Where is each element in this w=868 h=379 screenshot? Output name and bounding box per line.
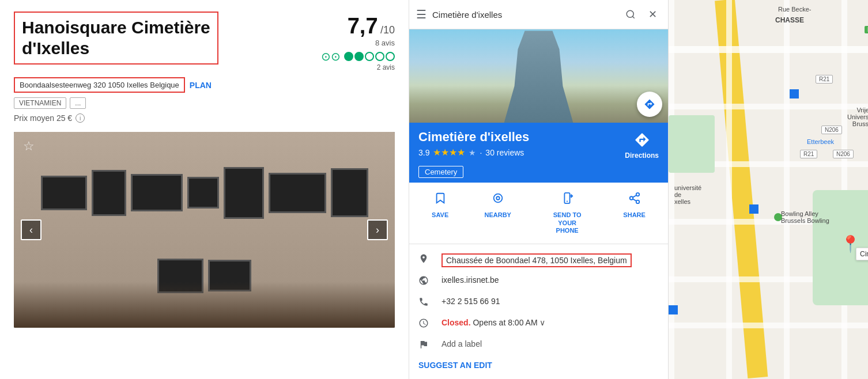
svg-point-9 <box>636 200 639 204</box>
close-icon[interactable]: ✕ <box>644 6 661 23</box>
address-box: Boondaalsesteenweg 320 1050 Ixelles Belg… <box>14 77 185 93</box>
svg-point-0 <box>627 10 633 17</box>
svg-line-10 <box>632 199 636 202</box>
nearby-icon <box>492 192 504 208</box>
map-label-etterbeek: Etterbeek <box>807 138 834 145</box>
cemetery-marker-label: Cimetière d'ixelles <box>856 248 868 260</box>
location-pin-icon <box>418 253 432 267</box>
directions-section: Directions <box>625 132 659 160</box>
address-row: Boondaalsesteenweg 320 1050 Ixelles Belg… <box>14 77 395 93</box>
photo-frame-6 <box>269 173 326 213</box>
ta-circle-2 <box>354 52 364 61</box>
photo-frame-5 <box>224 167 264 219</box>
tag-more[interactable]: ... <box>70 97 86 109</box>
place-name: Cimetière d'ixelles <box>418 130 529 145</box>
reviews-count: 30 reviews <box>485 148 524 157</box>
ta-circle-1 <box>344 52 353 61</box>
map-background[interactable]: Rue Becke- CHASSE Etterbeek Bowling Alle… <box>669 0 868 379</box>
park-area-2 <box>669 115 715 173</box>
badge-r21-1: R21 <box>816 75 833 84</box>
send-phone-label: SEND TO YOUR PHONE <box>547 211 587 234</box>
map-label-bowling: Bowling AlleyBrussels Bowling <box>781 210 829 224</box>
hours-chevron[interactable]: ∨ <box>539 318 545 327</box>
tag-vietnamien[interactable]: VIETNAMIEN <box>14 97 66 109</box>
maps-panel: ☰ ✕ Cimetière d'ixelles 3.9 ★★★★ ★ · <box>409 0 669 379</box>
maps-search-input[interactable] <box>432 10 616 20</box>
restaurant-photo <box>14 132 395 328</box>
search-icon[interactable] <box>622 6 639 23</box>
tags-row: VIETNAMIEN ... <box>14 97 395 109</box>
map-panel: Rue Becke- CHASSE Etterbeek Bowling Alle… <box>669 0 868 379</box>
favorite-icon[interactable]: ☆ <box>23 139 35 154</box>
main-road-yellow <box>715 0 768 378</box>
rating-reviews: 8 avis <box>321 39 395 47</box>
badge-n4: N4 <box>865 26 868 33</box>
hamburger-icon[interactable]: ☰ <box>416 7 427 21</box>
share-icon <box>628 192 641 208</box>
closed-text: Closed. <box>441 318 471 327</box>
ta-circles <box>344 52 395 61</box>
website-text[interactable]: ixelles.irisnet.be <box>441 275 659 285</box>
nearby-action[interactable]: NEARBY <box>484 192 511 234</box>
photo-frame-4 <box>187 177 219 209</box>
road-v1 <box>669 0 674 379</box>
ta-circle-3 <box>365 52 374 61</box>
globe-icon <box>418 275 432 289</box>
photo-frame-2 <box>92 170 126 216</box>
photo-gradient <box>14 282 395 328</box>
send-phone-action[interactable]: SEND TO YOUR PHONE <box>547 192 587 234</box>
photo-container: ☆ ‹ › <box>14 132 395 328</box>
place-info-bar: Cimetière d'ixelles 3.9 ★★★★ ★ · 30 revi… <box>409 123 668 183</box>
prev-photo-button[interactable]: ‹ <box>21 219 41 240</box>
left-panel: Hanoisquare Cimetière d'Ixelles 7,7 /10 … <box>0 0 409 379</box>
restaurant-title-box: Hanoisquare Cimetière d'Ixelles <box>14 12 218 65</box>
map-label-universite: universitédexelles <box>674 184 701 205</box>
photo-frame-3 <box>131 174 183 211</box>
road-h6 <box>669 323 868 328</box>
tripadvisor-row: ⊙⊙ <box>321 50 395 63</box>
address-detail-text: Chaussée de Boondael 478, 1050 Ixelles, … <box>441 253 659 267</box>
blue-marker-1 <box>790 89 799 98</box>
road-h1 <box>669 46 868 53</box>
place-details: Chaussée de Boondael 478, 1050 Ixelles, … <box>409 244 668 379</box>
prix-text: Prix moyen 25 € <box>14 113 72 123</box>
blue-marker-2 <box>749 204 758 214</box>
info-icon[interactable]: i <box>76 113 85 123</box>
phone-text[interactable]: +32 2 515 66 91 <box>441 297 659 306</box>
prix-row: Prix moyen 25 € i <box>14 113 395 123</box>
badge-n206: N206 <box>833 150 854 158</box>
suggest-edit-link[interactable]: SUGGEST AN EDIT <box>418 361 659 370</box>
blue-marker-3 <box>669 305 678 314</box>
rating-out-of: /10 <box>380 24 395 36</box>
share-action[interactable]: SHARE <box>623 192 646 234</box>
svg-point-2 <box>496 197 500 200</box>
phone-icon <box>418 297 432 310</box>
place-category-tag: Cemetery <box>418 161 529 178</box>
svg-point-7 <box>636 193 639 196</box>
category-tag[interactable]: Cemetery <box>418 166 463 178</box>
map-label-rue-becke: Rue Becke- <box>778 6 811 13</box>
save-action[interactable]: SAVE <box>432 192 448 234</box>
plan-link[interactable]: PLAN <box>190 81 212 90</box>
maps-header: ☰ ✕ <box>409 0 668 29</box>
address-detail-row: Chaussée de Boondael 478, 1050 Ixelles, … <box>418 253 659 267</box>
flag-icon <box>418 339 432 353</box>
restaurant-title: Hanoisquare Cimetière d'Ixelles <box>22 17 210 59</box>
place-actions: SAVE NEARBY SEND TO YOUR PHONE SHARE <box>409 183 668 244</box>
svg-line-11 <box>632 195 636 198</box>
next-photo-button[interactable]: › <box>367 219 388 240</box>
place-photo <box>409 29 668 123</box>
star-icons: ★★★★ <box>433 147 465 158</box>
photo-frame-1 <box>41 176 87 210</box>
phone-detail-row: +32 2 515 66 91 <box>418 297 659 310</box>
nearby-label: NEARBY <box>484 211 511 219</box>
directions-label[interactable]: Directions <box>625 151 659 160</box>
badge-n206-2: N206 <box>821 126 842 134</box>
website-detail-row: ixelles.irisnet.be <box>418 275 659 289</box>
hours-text: Closed. Opens at 8:00 AM ∨ <box>441 318 659 327</box>
maps-header-icons: ✕ <box>622 6 661 23</box>
rating-number: 3.9 <box>418 148 429 157</box>
badge-r21-2: R21 <box>800 150 817 158</box>
add-label-text[interactable]: Add a label <box>441 339 659 348</box>
svg-line-1 <box>632 16 634 18</box>
